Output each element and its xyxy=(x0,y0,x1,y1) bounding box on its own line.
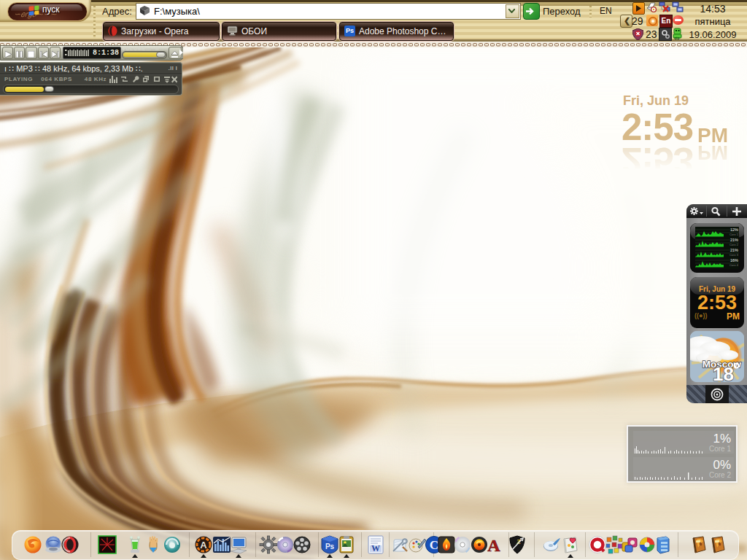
svg-text:Ps: Ps xyxy=(325,542,335,551)
svg-text:qip: qip xyxy=(674,36,680,40)
svg-text:12%: 12% xyxy=(730,228,738,232)
svg-text:21%: 21% xyxy=(730,248,738,252)
svg-text:A: A xyxy=(487,536,500,554)
svg-text:16%: 16% xyxy=(730,258,738,262)
svg-text:Core 4: Core 4 xyxy=(729,263,739,267)
svg-text:W: W xyxy=(371,543,380,553)
svg-text:Core 3: Core 3 xyxy=(729,253,739,257)
svg-text:18: 18 xyxy=(713,363,734,382)
svg-text:21%: 21% xyxy=(730,238,738,242)
svg-text:Core 1: Core 1 xyxy=(729,233,739,236)
svg-text:A: A xyxy=(200,540,207,551)
svg-text:Core 2: Core 2 xyxy=(729,243,739,246)
